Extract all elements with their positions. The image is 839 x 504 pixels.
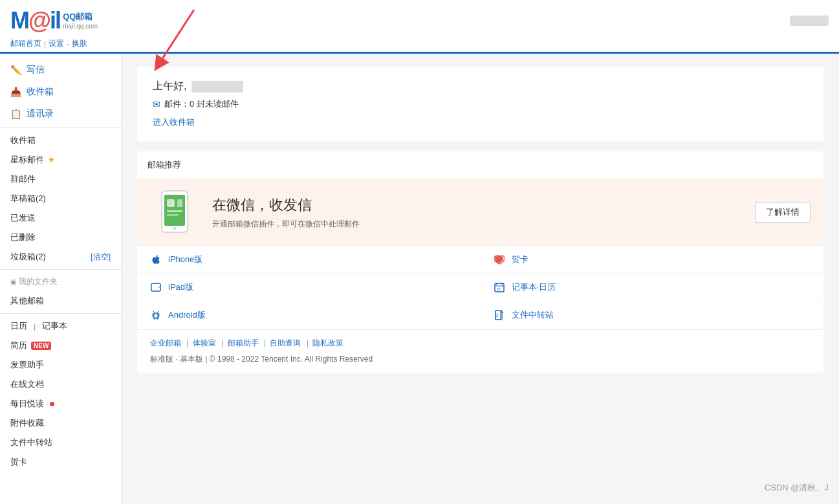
sidebar-item-contacts[interactable]: 📋 通讯录 (0, 103, 121, 125)
main-layout: ✏️ 写信 📥 收件箱 📋 通讯录 收件箱 星标邮件 ★ 群邮件 草稿箱(2 (0, 54, 839, 504)
draft-label: 草稿箱(2) (10, 193, 46, 204)
main-content: 上午好, ✉ 邮件：0 封未读邮件 进入收件箱 邮箱推荐 (122, 54, 839, 504)
sidebar-divider-1 (0, 127, 121, 128)
sidebar-item-group[interactable]: 群邮件 (0, 170, 121, 189)
apple-icon (150, 254, 162, 265)
sep2: | (221, 338, 223, 347)
user-name-blurred (790, 16, 829, 26)
svg-point-19 (157, 312, 157, 313)
spam-clear-button[interactable]: [清空] (91, 252, 111, 263)
contacts-label: 通讯录 (27, 108, 54, 120)
ipad-link[interactable]: iPad版 (137, 274, 481, 301)
deleted-label: 已删除 (10, 232, 36, 243)
svg-text:Z: Z (496, 314, 498, 318)
daily-read-dot (50, 402, 54, 406)
contacts-icon: 📋 (10, 109, 21, 119)
sidebar-item-inbox[interactable]: 📥 收件箱 (0, 81, 121, 103)
svg-point-9 (158, 287, 160, 288)
sidebar-item-mailbox-inbox[interactable]: 收件箱 (0, 131, 121, 150)
logo-qq-block: QQ邮箱 mail.qq.com (63, 11, 98, 30)
iphone-link[interactable]: iPhone版 (137, 246, 481, 274)
sidebar-item-greeting-card[interactable]: 贺卡 (0, 452, 121, 472)
svg-text:28: 28 (497, 287, 501, 291)
expand-icon: ▣ (10, 278, 16, 285)
android-link[interactable]: Android版 (137, 301, 481, 329)
footer-self-query-link[interactable]: 自助查询 (270, 338, 301, 347)
sidebar-item-file-transfer[interactable]: 文件中转站 (0, 433, 121, 452)
wechat-banner-text-block: 在微信，收发信 开通邮箱微信插件，即可在微信中处理邮件 (212, 195, 745, 230)
sidebar-item-daily-read[interactable]: 每日悦读 (0, 394, 121, 413)
svg-rect-6 (167, 214, 179, 216)
sidebar-item-online-doc[interactable]: 在线文档 (0, 375, 121, 394)
ipad-label: iPad版 (168, 281, 193, 293)
nav-separator-1: | (44, 39, 46, 49)
new-badge: NEW (31, 342, 51, 350)
write-label: 写信 (27, 64, 45, 76)
sidebar-item-resume[interactable]: 简历 NEW (0, 336, 121, 355)
enter-inbox-link[interactable]: 进入收件箱 (153, 117, 195, 127)
sidebar-item-attachment-collect[interactable]: 附件收藏 (0, 413, 121, 433)
greeting-card-link-label: 贺卡 (512, 254, 528, 265)
group-label: 群邮件 (10, 173, 36, 185)
footer-experience-link[interactable]: 体验室 (193, 338, 216, 347)
sidebar-item-deleted[interactable]: 已删除 (0, 228, 121, 247)
nav-settings-link[interactable]: 设置 (49, 38, 64, 49)
starred-label: 星标邮件 (10, 154, 44, 166)
recommend-header: 邮箱推荐 (137, 151, 823, 179)
wechat-banner-illustration (150, 190, 202, 235)
inbox-label: 收件箱 (27, 86, 54, 98)
invoice-label: 发票助手 (10, 359, 44, 371)
my-folders-section[interactable]: ▣ 我的文件夹 (0, 272, 121, 291)
welcome-greeting: 上午好, (153, 80, 808, 93)
svg-line-16 (153, 311, 155, 312)
file-transfer-link[interactable]: Z 文件中转站 (481, 301, 824, 329)
sidebar-item-write[interactable]: ✏️ 写信 (0, 59, 121, 81)
logo-il: il (50, 7, 60, 34)
calendar-separator: | (34, 322, 36, 331)
iphone-label: iPhone版 (168, 254, 202, 265)
sep3: | (264, 338, 266, 347)
notebook-link[interactable]: 28 记事本·日历 (481, 274, 824, 301)
sidebar-item-draft[interactable]: 草稿箱(2) (0, 189, 121, 208)
welcome-section: 上午好, ✉ 邮件：0 封未读邮件 进入收件箱 (137, 67, 823, 141)
calendar-icon: 28 (494, 281, 505, 293)
sidebar-item-calendar[interactable]: 日历 | 记事本 (0, 316, 121, 336)
nav-home-link[interactable]: 邮箱首页 (10, 38, 41, 49)
sidebar-item-invoice[interactable]: 发票助手 (0, 355, 121, 375)
wechat-banner: 在微信，收发信 开通邮箱微信插件，即可在微信中处理邮件 了解详情 (137, 179, 823, 246)
greeting-username-blurred (191, 81, 243, 93)
calendar-label: 日历 (10, 320, 27, 332)
logo-at: @ (28, 7, 50, 34)
sidebar-item-starred[interactable]: 星标邮件 ★ (0, 150, 121, 170)
header: M @ il QQ邮箱 mail.qq.com 邮箱首页 | 设置 - 换肤 (0, 0, 839, 54)
greeting-card-link[interactable]: 贺卡 (481, 246, 824, 274)
recommend-title: 邮箱推荐 (147, 160, 181, 170)
header-nav: 邮箱首页 | 设置 - 换肤 (0, 36, 839, 52)
nav-separator-2: - (67, 39, 69, 49)
star-icon: ★ (48, 155, 55, 164)
wechat-subtitle: 开通邮箱微信插件，即可在微信中处理邮件 (212, 219, 745, 230)
header-user-info (790, 16, 829, 26)
logo-domain: mail.qq.com (63, 23, 98, 30)
my-folders-label: 我的文件夹 (19, 276, 58, 287)
sidebar-item-sent[interactable]: 已发送 (0, 208, 121, 228)
footer-mail-helper-link[interactable]: 邮箱助手 (228, 338, 259, 347)
footer-privacy-link[interactable]: 隐私政策 (312, 338, 343, 347)
notebook-label: 记事本 (42, 320, 67, 332)
attachment-collect-label: 附件收藏 (10, 417, 44, 429)
greeting-card-label: 贺卡 (10, 456, 27, 468)
file-icon: Z (494, 309, 505, 321)
logo: M @ il QQ邮箱 mail.qq.com (10, 7, 98, 34)
app-links-grid: iPhone版 贺卡 (137, 246, 823, 329)
footer-copyright: 标准版 · 基本版 | © 1998 - 2022 Tencent Inc. A… (137, 351, 823, 373)
android-icon (150, 309, 162, 321)
mail-count-text: 邮件：0 封未读邮件 (164, 98, 239, 110)
android-label: Android版 (168, 309, 206, 321)
sep1: | (186, 338, 188, 347)
footer-enterprise-link[interactable]: 企业邮箱 (150, 338, 181, 347)
wechat-learn-more-button[interactable]: 了解详情 (755, 202, 811, 223)
sidebar-item-other-mailbox[interactable]: 其他邮箱 (0, 291, 121, 311)
sidebar: ✏️ 写信 📥 收件箱 📋 通讯录 收件箱 星标邮件 ★ 群邮件 草稿箱(2 (0, 54, 122, 504)
nav-skin-link[interactable]: 换肤 (72, 38, 87, 49)
sidebar-item-spam[interactable]: 垃圾箱(2) [清空] (0, 247, 121, 267)
